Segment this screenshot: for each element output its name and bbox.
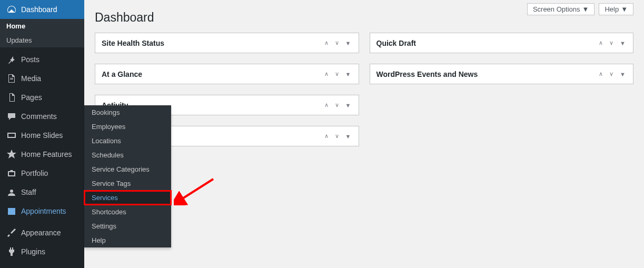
top-buttons: Screen Options ▼ Help ▼ [527, 3, 633, 15]
widget-at-a-glance: At a Glance ∧ ∨ ▼ [95, 64, 359, 84]
calendar-icon [6, 206, 17, 216]
widget-title: WordPress Events and News [377, 70, 598, 78]
flyout-item-service-tags[interactable]: Service Tags [84, 176, 171, 191]
sidebar-item-home-slides[interactable]: Home Slides [0, 126, 84, 145]
sidebar-item-staff[interactable]: Staff [0, 183, 84, 202]
sidebar-item-appointments[interactable]: Appointments [0, 202, 84, 221]
sidebar-label: Dashboard [21, 5, 57, 14]
widget-controls: ∧ ∨ ▼ [323, 101, 352, 110]
move-up-icon[interactable]: ∧ [323, 132, 330, 141]
sidebar-item-appearance[interactable]: Appearance [0, 223, 84, 242]
move-down-icon[interactable]: ∨ [334, 101, 340, 110]
move-up-icon[interactable]: ∧ [598, 38, 604, 47]
widget-header[interactable]: At a Glance ∧ ∨ ▼ [95, 64, 359, 84]
sidebar-label: Home Slides [21, 131, 63, 140]
flyout-item-help[interactable]: Help [84, 233, 171, 247]
sidebar-item-comments[interactable]: Comments [0, 107, 84, 126]
staff-icon [6, 187, 17, 197]
help-label: Help [605, 5, 619, 13]
sidebar-item-home-features[interactable]: Home Features [0, 145, 84, 164]
widget-quick-draft: Quick Draft ∧ ∨ ▼ [370, 33, 634, 53]
arrow-annotation [174, 176, 216, 205]
dashboard-col-right: Quick Draft ∧ ∨ ▼ WordPress Events and N… [370, 33, 634, 146]
move-up-icon[interactable]: ∧ [323, 70, 330, 78]
toggle-icon[interactable]: ▼ [619, 70, 627, 78]
sidebar-item-posts[interactable]: Posts [0, 50, 84, 69]
widget-controls: ∧ ∨ ▼ [323, 38, 352, 47]
toggle-icon[interactable]: ▼ [344, 101, 352, 110]
portfolio-icon [6, 168, 17, 178]
caret-down-icon: ▼ [621, 5, 628, 13]
flyout-item-shortcodes[interactable]: Shortcodes [84, 205, 171, 219]
widget-header[interactable]: Quick Draft ∧ ∨ ▼ [370, 33, 633, 53]
move-up-icon[interactable]: ∧ [323, 101, 330, 110]
sidebar-item-media[interactable]: Media [0, 69, 84, 88]
widget-controls: ∧ ∨ ▼ [323, 132, 352, 141]
widget-title: At a Glance [102, 70, 323, 78]
admin-sidebar: Dashboard Home Updates Posts Media Pages… [0, 0, 84, 268]
widget-controls: ∧ ∨ ▼ [598, 38, 627, 47]
help-button[interactable]: Help ▼ [599, 3, 633, 15]
appointments-flyout: Bookings Employees Locations Schedules S… [84, 105, 171, 247]
sidebar-label: Comments [21, 112, 57, 121]
sidebar-submenu-dashboard: Home Updates [0, 19, 84, 47]
widget-title: Site Health Status [102, 39, 323, 47]
screen-options-button[interactable]: Screen Options ▼ [527, 3, 595, 15]
dashboard-icon [6, 4, 17, 15]
flyout-item-service-categories[interactable]: Service Categories [84, 162, 171, 176]
svg-line-0 [180, 179, 213, 200]
widget-controls: ∧ ∨ ▼ [598, 70, 627, 78]
sidebar-label: Staff [21, 188, 36, 196]
slides-icon [6, 130, 17, 141]
move-down-icon[interactable]: ∨ [608, 38, 615, 47]
sidebar-label: Appointments [21, 207, 66, 215]
widget-site-health: Site Health Status ∧ ∨ ▼ [95, 33, 359, 53]
move-down-icon[interactable]: ∨ [334, 132, 340, 141]
plugin-icon [6, 246, 17, 257]
move-down-icon[interactable]: ∨ [334, 38, 340, 47]
widget-title: Quick Draft [377, 39, 598, 47]
sidebar-item-dashboard[interactable]: Dashboard [0, 0, 84, 19]
widget-header[interactable]: Site Health Status ∧ ∨ ▼ [95, 33, 359, 53]
star-icon [6, 149, 17, 160]
move-down-icon[interactable]: ∨ [334, 70, 340, 78]
sidebar-item-pages[interactable]: Pages [0, 88, 84, 107]
sidebar-subitem-home[interactable]: Home [0, 19, 84, 33]
widget-header[interactable]: WordPress Events and News ∧ ∨ ▼ [370, 64, 633, 84]
flyout-item-employees[interactable]: Employees [84, 120, 171, 134]
toggle-icon[interactable]: ▼ [344, 132, 352, 141]
comment-icon [6, 111, 17, 122]
brush-icon [6, 227, 17, 238]
sidebar-label: Plugins [21, 247, 45, 256]
dashboard-columns: Site Health Status ∧ ∨ ▼ At a Glance ∧ ∨… [95, 33, 633, 146]
caret-down-icon: ▼ [582, 5, 589, 13]
flyout-item-services[interactable]: Services [84, 191, 171, 205]
widget-controls: ∧ ∨ ▼ [323, 70, 352, 78]
sidebar-item-portfolio[interactable]: Portfolio [0, 164, 84, 183]
flyout-item-bookings[interactable]: Bookings [84, 105, 171, 120]
flyout-item-settings[interactable]: Settings [84, 219, 171, 233]
screen-options-label: Screen Options [533, 5, 580, 13]
pin-icon [6, 54, 17, 65]
move-down-icon[interactable]: ∨ [608, 70, 615, 78]
sidebar-label: Home Features [21, 150, 72, 158]
move-up-icon[interactable]: ∧ [323, 38, 330, 47]
sidebar-label: Media [21, 74, 41, 83]
widget-wp-events: WordPress Events and News ∧ ∨ ▼ [370, 64, 634, 84]
sidebar-label: Appearance [21, 229, 61, 237]
media-icon [6, 73, 17, 84]
toggle-icon[interactable]: ▼ [344, 70, 352, 78]
sidebar-label: Portfolio [21, 169, 48, 177]
sidebar-label: Posts [21, 55, 39, 64]
toggle-icon[interactable]: ▼ [344, 39, 352, 47]
sidebar-item-plugins[interactable]: Plugins [0, 242, 84, 261]
flyout-item-locations[interactable]: Locations [84, 134, 171, 148]
sidebar-label: Pages [21, 93, 42, 102]
flyout-item-schedules[interactable]: Schedules [84, 148, 171, 162]
sidebar-subitem-updates[interactable]: Updates [0, 33, 84, 47]
toggle-icon[interactable]: ▼ [619, 39, 627, 47]
move-up-icon[interactable]: ∧ [598, 70, 604, 78]
page-icon [6, 92, 17, 103]
